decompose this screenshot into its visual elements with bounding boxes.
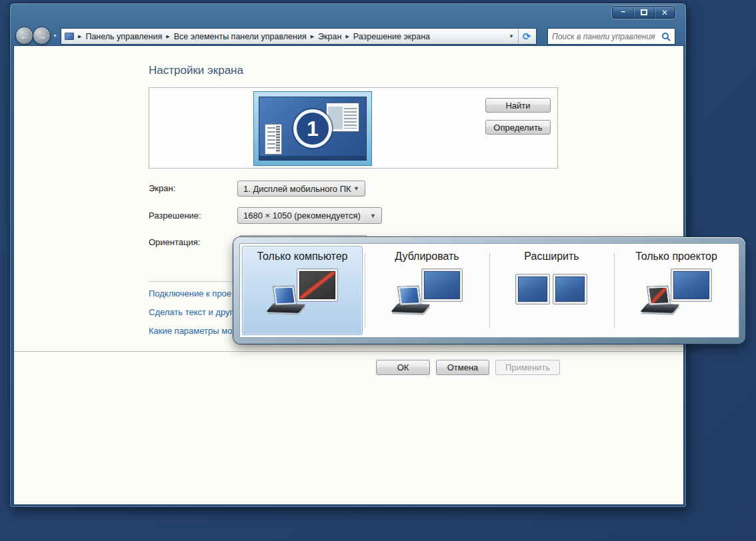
monitor-preview[interactable]: 1 bbox=[253, 91, 372, 166]
breadcrumb-separator-icon: ▶ bbox=[165, 34, 171, 39]
forward-arrow-icon: → bbox=[37, 31, 47, 41]
search-box bbox=[547, 28, 675, 45]
recent-pages-caret-icon[interactable]: ▼ bbox=[53, 33, 57, 38]
resolution-dropdown[interactable]: 1680 × 1050 (рекомендуется) ▼ bbox=[237, 207, 382, 224]
monitor-screen-taskbar-graphic bbox=[259, 156, 366, 160]
projector-mode-panel: Только компьютер Дублировать Расширить bbox=[233, 237, 745, 344]
laptop-and-monitor-icon bbox=[390, 269, 465, 320]
monitor-number-badge: 1 bbox=[293, 109, 332, 148]
disabled-laptop-graphic bbox=[641, 286, 682, 318]
breadcrumb-separator-icon: ▶ bbox=[344, 34, 350, 39]
minimize-button[interactable]: – bbox=[613, 7, 633, 18]
mode-duplicate[interactable]: Дублировать bbox=[365, 244, 489, 337]
connect-projector-link[interactable]: Подключение к прое bbox=[149, 288, 231, 298]
monitor-screen-document-graphic bbox=[265, 124, 282, 155]
monitor-graphic bbox=[516, 274, 549, 304]
screen-label: Экран: bbox=[149, 183, 175, 193]
laptop-and-disabled-monitor-icon bbox=[265, 269, 340, 320]
maximize-icon bbox=[641, 9, 647, 15]
laptop-graphic bbox=[267, 286, 308, 318]
ok-button[interactable]: ОК bbox=[376, 360, 430, 375]
page-title: Настройки экрана bbox=[149, 64, 243, 77]
mode-label: Расширить bbox=[489, 251, 614, 263]
breadcrumb-control-panel[interactable]: Панель управления bbox=[83, 31, 165, 43]
screen-dropdown-value: 1. Дисплей мобильного ПК bbox=[243, 184, 351, 194]
mode-computer-only[interactable]: Только компьютер bbox=[240, 244, 365, 337]
projector-mode-options: Только компьютер Дублировать Расширить bbox=[239, 243, 739, 338]
back-arrow-icon: ← bbox=[20, 31, 29, 41]
chevron-down-icon: ▼ bbox=[353, 185, 359, 192]
back-button[interactable]: ← bbox=[15, 27, 33, 45]
resolution-label: Разрешение: bbox=[149, 211, 201, 221]
dual-monitors-icon bbox=[515, 269, 589, 320]
breadcrumb-display[interactable]: Экран bbox=[315, 31, 344, 43]
window-controls: – ✕ bbox=[612, 6, 675, 19]
control-panel-icon bbox=[65, 33, 74, 40]
mode-label: Только компьютер bbox=[240, 251, 365, 263]
forward-button[interactable]: → bbox=[33, 27, 51, 45]
orientation-label: Ориентация: bbox=[149, 237, 200, 247]
chevron-down-icon: ▼ bbox=[370, 213, 376, 219]
separator bbox=[14, 351, 683, 352]
apply-button[interactable]: Применить bbox=[495, 360, 560, 375]
breadcrumb-screen-resolution[interactable]: Разрешение экрана bbox=[351, 31, 433, 43]
close-icon: ✕ bbox=[661, 8, 668, 17]
monitor-preview-box: 1 Найти Определить bbox=[149, 87, 558, 169]
mode-label: Только проектор bbox=[614, 251, 739, 263]
resolution-dropdown-value: 1680 × 1050 (рекомендуется) bbox=[243, 211, 361, 221]
find-button[interactable]: Найти bbox=[485, 98, 551, 113]
laptop-graphic bbox=[391, 286, 433, 318]
disabled-laptop-and-monitor-icon bbox=[639, 269, 714, 320]
monitor-screen: 1 bbox=[259, 97, 367, 161]
display-settings-help-link[interactable]: Какие параметры мо bbox=[149, 326, 232, 336]
mode-extend[interactable]: Расширить bbox=[489, 244, 614, 337]
monitor-graphic bbox=[553, 274, 587, 304]
close-button[interactable]: ✕ bbox=[654, 7, 675, 18]
search-icon[interactable] bbox=[661, 32, 671, 41]
cancel-button[interactable]: Отмена bbox=[436, 360, 489, 375]
mode-label: Дублировать bbox=[365, 251, 489, 263]
breadcrumb-separator-icon: ▶ bbox=[77, 34, 83, 39]
breadcrumb-all-items[interactable]: Все элементы панели управления bbox=[171, 31, 309, 43]
mode-projector-only[interactable]: Только проектор bbox=[614, 244, 739, 337]
make-text-larger-link[interactable]: Сделать текст и други bbox=[149, 307, 238, 317]
refresh-icon[interactable]: ⟳ bbox=[519, 31, 535, 43]
address-dropdown-caret-icon[interactable]: ▼ bbox=[505, 33, 518, 39]
identify-button[interactable]: Определить bbox=[485, 120, 551, 135]
address-bar: ▶ Панель управления ▶ Все элементы панел… bbox=[61, 28, 537, 45]
screen-dropdown[interactable]: 1. Дисплей мобильного ПК ▼ bbox=[237, 181, 365, 197]
breadcrumb-separator-icon: ▶ bbox=[309, 34, 315, 39]
minimize-icon: – bbox=[621, 7, 625, 16]
search-input[interactable] bbox=[552, 32, 661, 41]
maximize-button[interactable] bbox=[633, 7, 654, 18]
